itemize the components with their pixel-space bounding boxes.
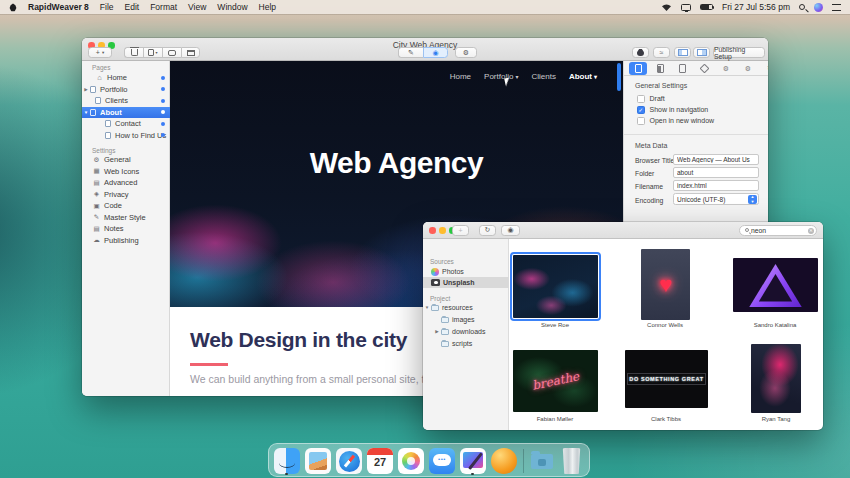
sidebar-item-clients[interactable]: Clients (82, 95, 170, 107)
source-unsplash[interactable]: Unsplash (423, 277, 509, 288)
refresh-button[interactable]: ↻ (479, 225, 496, 236)
filename-input[interactable] (673, 180, 759, 191)
menu-file[interactable]: File (100, 2, 114, 12)
preview-mode-button[interactable]: ◉ (423, 47, 448, 58)
menubar-clock[interactable]: Fri 27 Jul 5:56 pm (722, 2, 790, 12)
sidebar-item-privacy[interactable]: ◈ Privacy (82, 189, 170, 201)
photos-app-icon[interactable] (398, 448, 424, 474)
close-button[interactable] (429, 227, 436, 234)
siri-icon[interactable] (814, 3, 823, 12)
disclosure-right-icon[interactable]: ▶ (82, 87, 90, 92)
preview-app-icon[interactable] (305, 448, 331, 474)
trash-icon[interactable] (562, 448, 581, 474)
folder-scripts[interactable]: scripts (423, 338, 509, 349)
tab-page-settings[interactable]: ⚙ (717, 62, 735, 75)
caret-down-icon: ▾ (515, 74, 518, 80)
theme-button[interactable] (632, 47, 649, 58)
minimize-button[interactable] (439, 227, 446, 234)
health-check-button[interactable]: ≈ (653, 47, 670, 58)
menu-format[interactable]: Format (150, 2, 177, 12)
folder-input[interactable] (673, 167, 759, 178)
tab-sidebar[interactable] (651, 62, 669, 75)
folder-resources[interactable]: ▼ resources (423, 302, 509, 313)
edit-mode-button[interactable]: ✎ (398, 47, 423, 58)
project-header: Project (430, 295, 450, 302)
changed-indicator (161, 99, 165, 103)
show-in-nav-checkbox[interactable]: ✓ (637, 106, 645, 114)
webpage-nav-portfolio[interactable]: Portfolio▾ (484, 72, 518, 81)
sidebar-item-general[interactable]: ⚙ General (82, 154, 170, 166)
disclosure-down-icon[interactable]: ▼ (423, 305, 431, 310)
sidebar-item-advanced[interactable]: ▤ Advanced (82, 177, 170, 189)
tab-refresh[interactable]: ↻ (761, 62, 768, 75)
disclosure-down-icon[interactable]: ▼ (82, 110, 90, 115)
devices-preview-button[interactable] (162, 47, 181, 58)
orange-app-icon[interactable] (491, 448, 517, 474)
sidebar-item-master-style[interactable]: ✎ Master Style (82, 212, 170, 224)
app-menu[interactable]: RapidWeaver 8 (28, 2, 89, 12)
publishing-setup-button[interactable]: Publishing Setup (713, 47, 765, 58)
preview-scrollbar[interactable] (617, 63, 621, 91)
browser-title-input[interactable] (673, 154, 759, 165)
left-panel-icon (678, 49, 688, 56)
finder-icon[interactable] (274, 448, 300, 474)
toggle-right-sidebar-button[interactable] (693, 47, 710, 58)
apple-menu-icon[interactable] (9, 3, 17, 12)
delete-page-button[interactable] (124, 47, 143, 58)
photo-thumbnail-connor-wells[interactable]: ♥ (641, 249, 690, 320)
sidebar-item-how-to-find-us[interactable]: How to Find Us (82, 130, 170, 142)
sidebar-item-publishing[interactable]: ☁ Publishing (82, 235, 170, 247)
menu-edit[interactable]: Edit (125, 2, 140, 12)
add-resource-button[interactable]: + (452, 225, 469, 236)
webpage-nav-about[interactable]: About▾ (569, 72, 597, 81)
sidebar-item-web-icons[interactable]: ▦ Web Icons (82, 166, 170, 178)
tab-advanced[interactable]: ⚙ (739, 62, 757, 75)
quicklook-button[interactable]: ◉ (501, 225, 520, 236)
tab-tags[interactable] (695, 62, 713, 75)
photo-thumbnail-sandro-katalina[interactable] (733, 258, 818, 312)
brush-icon: ✎ (92, 213, 101, 221)
encoding-select[interactable]: Unicode (UTF-8) ▲▼ (673, 193, 759, 205)
draft-checkbox[interactable] (637, 95, 645, 103)
window-mode-button[interactable] (181, 47, 200, 58)
photo-thumbnail-clark-tibbs[interactable]: DO SOMETHING GREAT (625, 350, 708, 408)
menu-help[interactable]: Help (259, 2, 276, 12)
disclosure-right-icon[interactable]: ▶ (433, 329, 441, 334)
clear-search-icon[interactable]: ✕ (808, 228, 814, 234)
photo-thumbnail-steve-roe[interactable] (513, 255, 598, 318)
calendar-icon[interactable]: 27 (367, 448, 393, 474)
sidebar-item-home[interactable]: ⌂ Home (82, 72, 170, 84)
source-photos[interactable]: Photos (423, 266, 509, 277)
webpage-nav-home[interactable]: Home (450, 72, 471, 81)
tab-layout[interactable] (673, 62, 691, 75)
battery-icon[interactable] (700, 4, 713, 10)
sidebar-item-about[interactable]: ▼ About (82, 107, 170, 119)
spotlight-search-icon[interactable] (799, 4, 805, 10)
photo-thumbnail-ryan-tang[interactable] (751, 344, 801, 413)
page-info-button[interactable]: ▾ (143, 47, 162, 58)
folder-images[interactable]: images (423, 314, 509, 325)
browser-preview-button[interactable]: ⚙ (455, 47, 477, 58)
sidebar-item-notes[interactable]: ▤ Notes (82, 223, 170, 235)
folder-downloads[interactable]: ▶ downloads (423, 326, 509, 337)
messages-icon[interactable]: ••• (429, 448, 455, 474)
folder-icon (441, 329, 449, 335)
wifi-icon[interactable] (661, 3, 672, 12)
sidebar-item-portfolio[interactable]: ▶ Portfolio (82, 84, 170, 96)
downloads-folder-icon[interactable] (529, 448, 555, 474)
tab-general-settings[interactable] (629, 62, 647, 75)
open-new-window-checkbox[interactable] (637, 117, 645, 125)
photo-thumbnail-fabian-moller[interactable]: breathe (513, 350, 598, 412)
menu-view[interactable]: View (188, 2, 206, 12)
page-icon (105, 132, 111, 139)
sidebar-item-code[interactable]: ▣ Code (82, 200, 170, 212)
toggle-left-sidebar-button[interactable] (674, 47, 691, 58)
display-icon[interactable] (681, 4, 691, 11)
safari-icon[interactable] (336, 448, 362, 474)
rapidweaver-dock-icon[interactable] (460, 448, 486, 474)
webpage-nav-clients[interactable]: Clients (531, 72, 555, 81)
notification-center-icon[interactable] (832, 4, 841, 11)
menu-window[interactable]: Window (217, 2, 247, 12)
add-page-button[interactable]: +▾ (88, 47, 112, 58)
sidebar-item-contact[interactable]: Contact (82, 118, 170, 130)
